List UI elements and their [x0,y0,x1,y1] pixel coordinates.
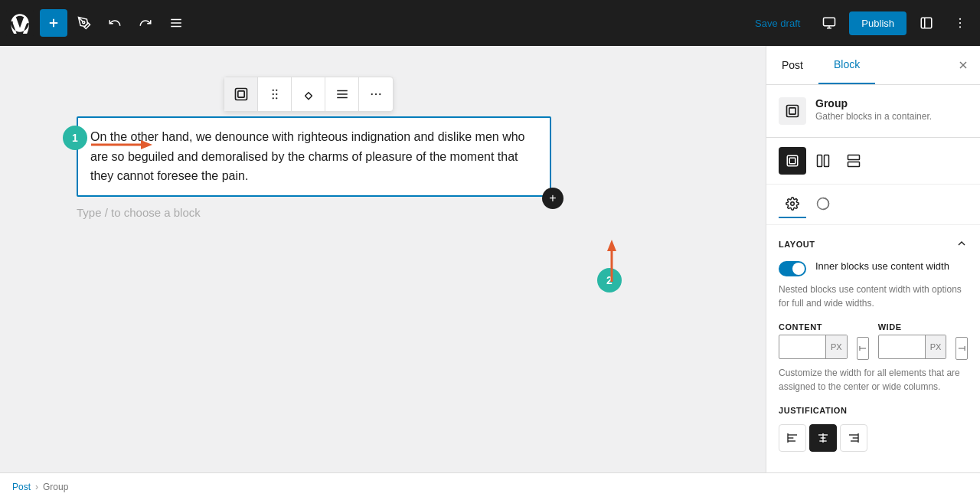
more-block-options-button[interactable] [359,77,393,111]
tab-block[interactable]: Block [818,46,875,84]
icon-tabs [766,185,980,225]
svg-point-11 [959,18,961,20]
justify-center-button[interactable] [809,424,837,452]
add-inner-block-button[interactable]: + [542,188,564,209]
block-toolbar [224,77,394,112]
layout-chevron[interactable] [956,237,968,251]
undo-button[interactable] [101,9,129,37]
drag-handle-button[interactable] [258,77,292,111]
sidebar: Post Block Group Gather blocks in a cont… [766,46,980,472]
justification-text: JUSTIFICATION [779,406,847,415]
text-content: On the other hand, we denounce with righ… [90,130,524,182]
top-bar-right: Save draft Publish [746,9,974,37]
icon-tab-styles[interactable] [809,191,837,218]
svg-rect-41 [848,162,860,167]
arrow-1 [91,137,152,152]
toggle-description: Nested blocks use content width with opt… [779,283,968,310]
svg-rect-15 [237,91,243,97]
tools-button[interactable] [70,9,98,37]
svg-point-27 [379,93,381,95]
sidebar-header: Post Block [766,46,980,85]
wide-reset-button[interactable] [956,337,968,360]
layout-section-header: Layout [779,237,968,251]
breadcrumb-bar: Post › Group [0,472,980,500]
top-toolbar: Save draft Publish [0,0,980,46]
arrow-2 [604,240,619,285]
editor-area: On the other hand, we denounce with righ… [0,46,766,472]
wide-unit: PX [925,335,946,358]
justify-right-button[interactable] [840,424,867,452]
block-style-row [766,138,980,185]
content-wrapper: On the other hand, we denounce with righ… [77,116,750,219]
svg-rect-38 [818,155,822,167]
wide-input-group: PX [878,335,947,359]
svg-point-12 [959,22,961,24]
content-unit: PX [825,335,847,358]
width-field-description: Customize the width for all elements tha… [779,366,968,394]
svg-point-16 [272,90,273,91]
sidebar-toggle-button[interactable] [913,9,940,37]
svg-point-19 [276,93,277,95]
sidebar-close-button[interactable] [952,54,974,76]
text-block[interactable]: On the other hand, we denounce with righ… [77,116,551,197]
more-options-button[interactable] [946,9,974,37]
sidebar-content: Layout Inner blocks use content width Ne… [766,225,980,472]
wp-logo [6,9,34,37]
publish-button[interactable]: Publish [849,11,906,35]
group-style-stack[interactable] [840,147,867,175]
svg-rect-9 [921,18,932,28]
svg-point-2 [83,21,85,24]
svg-marker-29 [141,140,152,149]
group-block-button[interactable] [224,77,258,111]
svg-marker-31 [607,240,616,251]
block-type-icon [779,97,806,125]
save-draft-button[interactable]: Save draft [746,13,809,34]
block-desc: Gather blocks in a container. [815,111,932,122]
svg-point-21 [276,97,277,99]
svg-rect-6 [824,18,835,26]
preview-button[interactable] [815,9,843,37]
add-block-toolbar-button[interactable] [40,9,67,37]
content-reset-button[interactable] [857,337,869,360]
align-button[interactable] [325,77,359,111]
svg-point-18 [272,93,273,95]
wide-width-input[interactable] [879,337,925,358]
justification-row [779,424,968,452]
width-fields-row: CONTENT PX WIDE PX [779,322,968,360]
redo-button[interactable] [132,9,159,37]
svg-rect-39 [825,155,829,167]
block-meta: Group Gather blocks in a container. [815,97,932,122]
content-input-group: PX [779,335,848,359]
tab-post[interactable]: Post [766,47,818,83]
svg-rect-37 [789,158,795,164]
group-style-row[interactable] [809,147,837,175]
content-label: CONTENT [779,322,848,332]
svg-rect-36 [787,155,798,166]
content-width-input[interactable] [779,337,825,358]
inner-blocks-toggle[interactable] [779,261,806,276]
wide-field-group: WIDE PX [878,322,947,359]
svg-rect-34 [787,106,799,117]
list-view-button[interactable] [162,9,190,37]
svg-rect-14 [235,89,247,100]
svg-rect-35 [789,108,795,114]
svg-point-25 [371,93,373,95]
layout-label: Layout [779,240,815,249]
justify-left-button[interactable] [779,424,806,452]
content-field-group: CONTENT PX [779,322,848,359]
justification-label: JUSTIFICATION [779,406,968,415]
block-name: Group [815,97,932,109]
justification-section: JUSTIFICATION [779,406,968,452]
svg-rect-40 [848,155,860,160]
group-style-default[interactable] [779,147,806,175]
icon-tab-settings[interactable] [779,191,806,218]
breadcrumb-group: Group [43,482,68,492]
move-up-down-button[interactable] [292,77,325,111]
block-info: Group Gather blocks in a container. [766,85,980,138]
inner-blocks-toggle-row: Inner blocks use content width [779,260,968,276]
toggle-label: Inner blocks use content width [815,260,949,272]
placeholder-hint: Type / to choose a block [77,206,750,219]
svg-point-26 [375,93,377,95]
wide-label: WIDE [878,322,947,332]
breadcrumb-post[interactable]: Post [12,482,31,492]
